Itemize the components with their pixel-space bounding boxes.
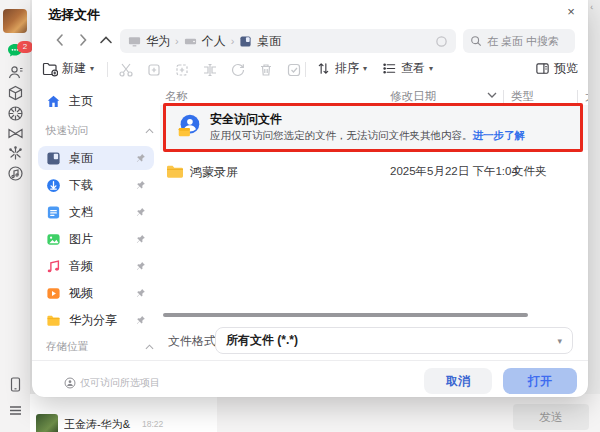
pictures-icon bbox=[46, 232, 61, 247]
sidebar-item-documents[interactable]: 文档 bbox=[38, 200, 154, 224]
sort-button[interactable]: 排序 ▾ bbox=[316, 60, 367, 77]
pin-icon[interactable] bbox=[135, 315, 146, 326]
sidebar-item-huawei-share[interactable]: 华为分享 bbox=[38, 308, 154, 332]
sidebar-label: 视频 bbox=[69, 285, 93, 302]
sidebar-item-audio[interactable]: 音频 bbox=[38, 254, 154, 278]
search-icon bbox=[470, 35, 482, 47]
refresh-icon[interactable] bbox=[435, 35, 448, 48]
learn-more-link[interactable]: 进一步了解 bbox=[473, 129, 526, 141]
horizontal-scrollbar[interactable] bbox=[163, 313, 528, 317]
sidebar-label: 华为分享 bbox=[69, 312, 117, 329]
send-button[interactable]: 发送 bbox=[513, 404, 589, 430]
storage-header[interactable]: 存储位置 bbox=[46, 340, 154, 354]
pin-icon[interactable] bbox=[135, 234, 146, 245]
view-button[interactable]: 查看 ▾ bbox=[382, 60, 433, 77]
preview-pane-icon bbox=[535, 61, 550, 76]
menu-icon[interactable] bbox=[7, 402, 24, 419]
toolbar-divider bbox=[107, 62, 108, 77]
sidebar-label: 图片 bbox=[69, 231, 93, 248]
banner-description: 应用仅可访问您选定的文件，无法访问文件夹其他内容。进一步了解 bbox=[210, 129, 525, 143]
phone-icon[interactable] bbox=[7, 376, 24, 393]
new-button-label: 新建 bbox=[62, 60, 86, 77]
cut-icon bbox=[118, 62, 134, 78]
chat-item-name[interactable]: 王金涛-华为& bbox=[64, 417, 142, 432]
sidebar-label: 桌面 bbox=[69, 150, 93, 167]
pin-icon[interactable] bbox=[135, 207, 146, 218]
sidebar-label: 文档 bbox=[69, 204, 93, 221]
copy-icon bbox=[146, 62, 162, 78]
new-button[interactable]: 新建 ▾ bbox=[42, 60, 94, 77]
user-avatar[interactable] bbox=[3, 9, 27, 33]
pin-icon[interactable] bbox=[135, 288, 146, 299]
refresh-rotate-icon bbox=[230, 62, 246, 78]
column-divider[interactable] bbox=[577, 90, 578, 103]
pin-icon[interactable] bbox=[135, 261, 146, 272]
chevron-up-icon bbox=[145, 128, 154, 134]
open-button[interactable]: 打开 bbox=[503, 368, 577, 394]
sort-icon bbox=[316, 61, 331, 76]
chevron-up-icon bbox=[145, 344, 154, 350]
sidebar-label: 下载 bbox=[69, 177, 93, 194]
column-header-type[interactable]: 类型 bbox=[511, 89, 534, 104]
breadcrumb-folder[interactable]: 桌面 bbox=[257, 33, 281, 50]
file-type: 文件夹 bbox=[512, 164, 547, 179]
music-icon bbox=[46, 259, 61, 274]
preview-button[interactable]: 预览 bbox=[535, 60, 578, 77]
chevron-down-icon: ▾ bbox=[557, 336, 562, 346]
sort-chevron-icon[interactable] bbox=[487, 92, 497, 98]
moments-icon[interactable] bbox=[7, 105, 24, 122]
chevron-down-icon: ▾ bbox=[363, 64, 367, 73]
quick-access-header[interactable]: 快速访问 bbox=[46, 124, 154, 138]
format-value: 所有文件 (*.*) bbox=[226, 332, 298, 349]
forward-icon[interactable] bbox=[75, 32, 91, 48]
column-divider[interactable] bbox=[503, 90, 504, 103]
sidebar-item-home[interactable]: 主页 bbox=[38, 89, 154, 113]
breadcrumb[interactable]: 华为 › 个人 › 桌面 bbox=[120, 29, 456, 53]
file-picker-dialog: 选择文件 × 华为 › 个人 › 桌面 在 桌面 中搜索 新建 ▾ bbox=[32, 0, 588, 397]
wechat-sidebar-rail: 2 bbox=[0, 0, 31, 432]
sidebar-item-videos[interactable]: 视频 bbox=[38, 281, 154, 305]
format-select[interactable]: 所有文件 (*.*) ▾ bbox=[215, 327, 573, 354]
pin-icon[interactable] bbox=[135, 153, 146, 164]
toolbar-divider bbox=[305, 62, 306, 77]
background-fragment: ‹ bbox=[589, 2, 594, 12]
search-input[interactable]: 在 桌面 中搜索 bbox=[463, 29, 575, 53]
sidebar-item-pictures[interactable]: 图片 bbox=[38, 227, 154, 251]
sidebar-item-downloads[interactable]: 下载 bbox=[38, 173, 154, 197]
security-banner-highlight: 安全访问文件 应用仅可访问您选定的文件，无法访问文件夹其他内容。进一步了解 bbox=[163, 103, 583, 152]
folder-icon bbox=[166, 164, 184, 179]
column-header-name[interactable]: 名称 bbox=[165, 89, 188, 104]
crumb-separator-icon: › bbox=[175, 35, 179, 47]
close-icon[interactable]: × bbox=[562, 3, 580, 21]
rename-icon bbox=[202, 62, 218, 78]
cancel-button[interactable]: 取消 bbox=[424, 368, 492, 394]
back-icon[interactable] bbox=[52, 32, 68, 48]
breadcrumb-user[interactable]: 个人 bbox=[202, 33, 226, 50]
crumb-separator-icon: › bbox=[231, 35, 235, 47]
chevron-down-icon: ▾ bbox=[90, 64, 94, 73]
download-icon bbox=[46, 178, 61, 193]
sidebar-item-desktop[interactable]: 桌面 bbox=[38, 146, 154, 170]
list-view-icon bbox=[382, 61, 397, 76]
column-header-modified[interactable]: 修改日期 bbox=[390, 89, 436, 104]
pin-icon[interactable] bbox=[135, 180, 146, 191]
format-label: 文件格式 bbox=[168, 333, 216, 350]
sort-button-label: 排序 bbox=[335, 60, 359, 77]
listen-icon[interactable] bbox=[7, 165, 24, 182]
delete-icon bbox=[258, 62, 274, 78]
new-folder-icon bbox=[42, 61, 58, 77]
channels-icon[interactable] bbox=[7, 125, 24, 142]
chevron-down-icon: ▾ bbox=[429, 64, 433, 73]
breadcrumb-drive[interactable]: 华为 bbox=[146, 33, 170, 50]
up-icon[interactable] bbox=[98, 32, 114, 48]
banner-title: 安全访问文件 bbox=[210, 111, 282, 128]
collections-icon[interactable] bbox=[7, 85, 24, 102]
search-placeholder: 在 桌面 中搜索 bbox=[487, 34, 559, 49]
paste-icon bbox=[174, 62, 190, 78]
contacts-icon[interactable] bbox=[7, 64, 24, 81]
chat-item-avatar[interactable] bbox=[36, 414, 58, 432]
table-row[interactable]: 鸿蒙录屏 2025年5月22日 下午1:04 文件夹 bbox=[160, 158, 588, 184]
mini-programs-icon[interactable] bbox=[7, 145, 24, 162]
desktop-icon bbox=[46, 151, 61, 166]
file-modified: 2025年5月22日 下午1:04 bbox=[390, 164, 518, 179]
